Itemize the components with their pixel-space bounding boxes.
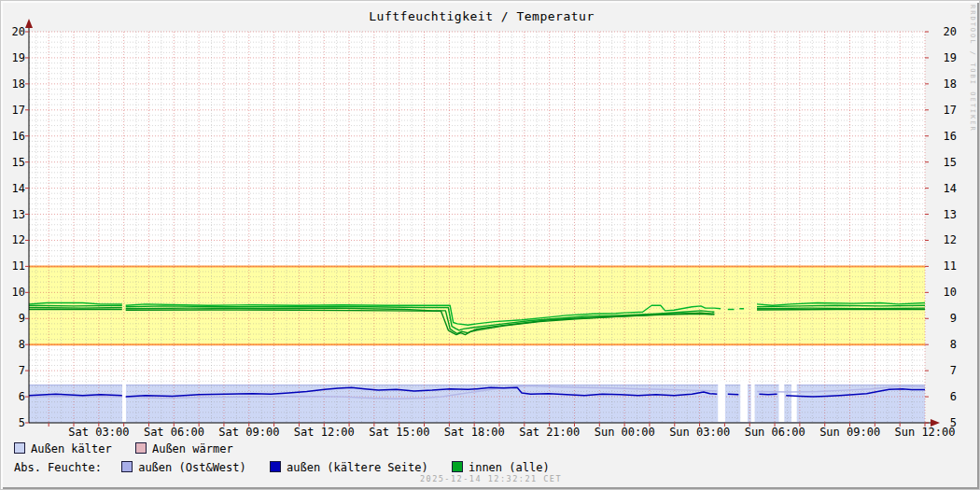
y-axis-label: 14 bbox=[1, 182, 25, 195]
y-axis-label: 12 bbox=[1, 233, 25, 246]
y-axis-label: 12 bbox=[931, 233, 957, 246]
y-axis-label: 14 bbox=[931, 182, 957, 195]
aussen-waermer-swatch bbox=[135, 442, 147, 454]
legend-item-aussen-kaelter: Außen kälter bbox=[14, 442, 112, 455]
y-axis-label: 6 bbox=[1, 390, 25, 403]
y-axis-label: 10 bbox=[931, 286, 957, 299]
y-axis-label: 20 bbox=[931, 25, 957, 38]
legend-row-temperature: Außen kälter Außen wärmer bbox=[14, 442, 250, 455]
aussen-kaelter-swatch bbox=[14, 442, 25, 454]
y-axis-label: 17 bbox=[931, 104, 957, 117]
legend-label: Außen kälter bbox=[31, 442, 112, 455]
y-axis-label: 9 bbox=[931, 312, 957, 325]
y-axis-label: 15 bbox=[931, 156, 957, 169]
innen-alle-swatch bbox=[452, 461, 463, 472]
legend-item-aussen-waermer: Außen wärmer bbox=[135, 442, 233, 455]
legend-item-aussen-kaeltere-seite: außen (kältere Seite) bbox=[270, 461, 428, 474]
x-axis-label: Sat 12:00 bbox=[285, 426, 363, 439]
y-axis-label: 13 bbox=[1, 208, 25, 221]
legend-label: Außen wärmer bbox=[152, 442, 233, 455]
y-axis-label: 19 bbox=[1, 51, 25, 64]
y-axis-label: 9 bbox=[1, 312, 25, 325]
y-axis-label: 19 bbox=[931, 51, 957, 64]
rrdtool-graph: Luftfeuchtigkeit / Temperatur RRDTOOL / … bbox=[0, 0, 980, 490]
y-axis-label: 17 bbox=[1, 104, 25, 117]
y-axis-label: 15 bbox=[1, 156, 25, 169]
legend-label: innen (alle) bbox=[469, 461, 550, 474]
legend-item-innen-alle: innen (alle) bbox=[452, 461, 550, 474]
y-axis-label: 16 bbox=[1, 130, 25, 143]
x-axis-label: Sun 06:00 bbox=[735, 426, 814, 439]
x-axis-label: Sun 12:00 bbox=[886, 426, 964, 439]
x-axis-label: Sun 00:00 bbox=[585, 426, 664, 439]
y-axis-label: 18 bbox=[1, 77, 25, 91]
y-axis-label: 7 bbox=[931, 364, 957, 377]
x-axis-label: Sat 06:00 bbox=[134, 426, 213, 439]
y-axis-label: 20 bbox=[1, 25, 25, 38]
graph-timestamp: 2025-12-14 12:32:21 CET bbox=[1, 474, 980, 483]
y-axis-label: 8 bbox=[1, 338, 25, 351]
x-axis-label: Sat 18:00 bbox=[435, 426, 513, 439]
aussen-ostwest-swatch bbox=[121, 461, 133, 472]
legend-label: außen (Ost&West) bbox=[138, 461, 246, 474]
y-axis-label: 8 bbox=[931, 338, 957, 351]
y-axis-label: 18 bbox=[931, 77, 957, 91]
x-axis-label: Sun 03:00 bbox=[661, 426, 739, 439]
y-axis-label: 13 bbox=[931, 208, 957, 221]
legend-item-aussen-ostwest: außen (Ost&West) bbox=[121, 461, 246, 474]
y-axis-label: 11 bbox=[931, 259, 957, 273]
y-axis-label: 10 bbox=[1, 286, 25, 299]
y-axis-label: 16 bbox=[931, 130, 957, 143]
legend-row-humidity: Abs. Feuchte: außen (Ost&West) außen (kä… bbox=[14, 461, 567, 474]
y-axis-label: 6 bbox=[931, 390, 957, 403]
legend-caption: Abs. Feuchte: bbox=[14, 461, 102, 474]
aussen-kaeltere-seite-swatch bbox=[270, 461, 281, 472]
legend-label: außen (kältere Seite) bbox=[287, 461, 428, 474]
x-axis-label: Sun 09:00 bbox=[811, 426, 889, 439]
x-axis-label: Sat 09:00 bbox=[210, 426, 288, 439]
chart-plot-area bbox=[1, 1, 980, 438]
x-axis-label: Sat 15:00 bbox=[360, 426, 439, 439]
x-axis-label: Sat 21:00 bbox=[511, 426, 589, 439]
y-axis-label: 5 bbox=[1, 416, 25, 429]
x-axis-label: Sat 03:00 bbox=[60, 426, 138, 439]
y-axis-label: 7 bbox=[1, 364, 25, 377]
y-axis-label: 11 bbox=[1, 259, 25, 273]
